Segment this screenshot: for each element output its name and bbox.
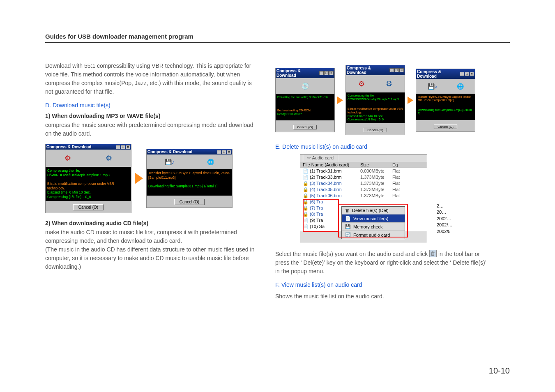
d1-title: 1) When downloading MP3 or WAVE file(s) [45, 113, 259, 119]
gear-icon: ⚙ [358, 79, 365, 88]
status-line: Compressing (1/1 file)... 0_0 [47, 195, 91, 199]
list-header: File Name (Audio card) Size Eq [300, 162, 427, 168]
file-icon: 🔒 [303, 187, 309, 192]
maximize-icon[interactable]: □ [222, 150, 226, 154]
intro-paragraph: Download with 55:1 compressibility using… [45, 62, 259, 96]
table-row[interactable]: 📄(1) Track01.brm0.000MByteFlat [300, 168, 427, 174]
file-icon: 🔒 [303, 199, 309, 204]
maximize-icon[interactable]: □ [324, 71, 329, 75]
ctx-view[interactable]: 📄 View music file(s) [342, 214, 405, 223]
gear-icon: ⚙ [386, 79, 392, 88]
table-row[interactable]: 🔒(3) Track04.brm1.373MByteFlat [300, 180, 427, 187]
minimize-icon[interactable]: _ [217, 150, 221, 154]
dialog-title: Compress & Download [276, 69, 319, 78]
status-line: Elapsed time: 0 Min 10 Sec. [47, 190, 91, 194]
dialog-download-2: Compress & Download _ □ × 💾♪🌐 Transfer b… [416, 69, 475, 132]
close-icon[interactable]: × [227, 150, 231, 154]
date-label: 20… [437, 209, 453, 215]
maximize-icon[interactable]: □ [465, 72, 469, 76]
side-date-labels: 2…20…2002…2002/…2002/5 [437, 203, 453, 235]
status-line: Extracting the audio file; D:\Track01.cd… [277, 96, 328, 99]
file-icon: 📄 [303, 224, 309, 229]
date-label: 2… [437, 203, 453, 209]
d2-body: make the audio CD music to music file fi… [45, 228, 259, 271]
maximize-icon[interactable]: □ [394, 68, 399, 72]
status-line: Compressing (1/1 file)... 0_0 [348, 118, 384, 121]
arrow-right-icon [408, 97, 413, 104]
status-line: Transfer byte:0.593MByte Elapsed time:0 … [148, 171, 230, 180]
tab-audio-card[interactable]: ✏ Audio card [303, 154, 338, 161]
status-line: C:\WINDOWS\Desktop\Sample011.mp3 [47, 173, 110, 177]
section-e-title: E. Delete music list(s) on audio card [275, 143, 489, 150]
floppy-icon: 💾♪ [165, 159, 175, 165]
e-body: Select the music file(s) you want on the… [275, 250, 489, 276]
gear-icon: ⚙ [64, 154, 71, 163]
maximize-icon[interactable]: □ [121, 145, 125, 149]
page-header: Guides for USB downloader management pro… [45, 33, 510, 43]
close-icon[interactable]: × [329, 71, 334, 75]
minimize-icon[interactable]: _ [389, 68, 394, 72]
cancel-button[interactable]: Cancel (O) [293, 125, 317, 129]
status-line: C:\WINDOWS\Desktop\Sample011.mp3 [348, 98, 399, 101]
f-body: Shows the music file list on the audio c… [275, 292, 489, 301]
ctx-format[interactable]: 🔄 Format audio card [342, 231, 405, 239]
left-column: Download with 55:1 compressibility using… [45, 62, 259, 307]
file-icon: 🔒 [303, 212, 309, 217]
close-icon[interactable]: × [399, 68, 404, 72]
text-span: Select the music file(s) you want on the… [275, 251, 429, 257]
status-line: Downloading file: Sample011.mp3-[1/Total… [148, 184, 218, 188]
close-icon[interactable]: × [470, 72, 474, 76]
section-f-title: F. View music list(s) on audio card [275, 281, 489, 288]
table-row[interactable]: 🔒(4) Track05.brm1.373MByteFlat [300, 187, 427, 193]
right-column: Compress & Download _ □ × 💿 Extracting t… [275, 62, 489, 307]
dialog-download-1: Compress & Download _ □ × 💾♪ 🌐 Transfer … [146, 149, 233, 208]
status-line: Elapsed time: 0 Min 10 Sec. [348, 115, 383, 118]
status-line: Begin extracting CD-ROM. [277, 109, 311, 112]
date-label: 2002… [437, 216, 453, 222]
cancel-button[interactable]: Cancel (O) [434, 125, 457, 129]
file-icon: 📄 [303, 218, 309, 223]
floppy-icon: 💾♪ [428, 83, 438, 90]
d1-flow: Compress & Download _ □ × ⚙ ⚙ Compressin… [45, 144, 259, 213]
file-icon: 🔒 [303, 193, 309, 198]
dialog-title: Compress & Download [46, 145, 91, 149]
status-line: Downloading file: Sample011.mp3-[1/Total… [418, 108, 472, 115]
cancel-button[interactable]: Cancel (O) [174, 199, 205, 205]
table-row[interactable]: 🔒(6) Tra [300, 199, 427, 205]
globe-icon: 🌐 [207, 159, 214, 165]
minimize-icon[interactable]: _ [460, 72, 464, 76]
file-icon: 📄 [303, 168, 309, 173]
audio-card-panel: ✏ Audio card File Name (Audio card) Size… [300, 154, 427, 243]
ctx-memory[interactable]: 💾 Memory check [342, 223, 405, 231]
dialog-extract: Compress & Download _ □ × 💿 Extracting t… [275, 68, 335, 132]
d1-body: compress the music source with predeterm… [45, 121, 259, 138]
table-row[interactable]: 🔒(5) Track06.brm1.373MByteFlat [300, 193, 427, 199]
close-icon[interactable]: × [126, 145, 130, 149]
file-icon: 📄 [303, 175, 309, 180]
col-eq[interactable]: Eq [392, 162, 405, 167]
delete-toolbar-icon[interactable]: 🗑 [429, 250, 437, 257]
context-menu: 🗑 Delete file(s) (Del) 📄 View music file… [341, 206, 405, 239]
status-line: Ready CD:0.25807 [277, 113, 302, 115]
status-line: Bitrate modification compressor under VB… [348, 107, 403, 114]
status-line: Bitrate modification compressor under VB… [47, 182, 114, 190]
date-label: 2002/5 [437, 228, 453, 235]
d2-title: 2) When downloading audio CD file(s) [45, 220, 259, 226]
section-d-title: D. Download music file(s) [45, 102, 259, 108]
dialog-title: Compress & Download [147, 150, 192, 154]
minimize-icon[interactable]: _ [319, 71, 324, 75]
ctx-delete[interactable]: 🗑 Delete file(s) (Del) [342, 207, 405, 214]
gear-icon: ⚙ [106, 154, 112, 163]
ctx-label: View music file(s) [353, 216, 388, 221]
status-line: Compressing the file; [348, 94, 375, 97]
cancel-button[interactable]: Cancel (O) [364, 128, 387, 132]
minimize-icon[interactable]: _ [116, 145, 120, 149]
col-filename[interactable]: File Name (Audio card) [303, 162, 360, 167]
ctx-label: Memory check [353, 224, 383, 229]
col-size[interactable]: Size [360, 162, 392, 167]
dialog-compress-2: Compress & Download _ □ × ⚙⚙ Compressing… [345, 65, 405, 135]
arrow-right-icon [337, 97, 343, 104]
table-row[interactable]: 📄(2) Track03.brm1.373MByteFlat [300, 174, 427, 180]
cancel-button[interactable]: Cancel (O) [73, 204, 104, 210]
d2-flow: Compress & Download _ □ × 💿 Extracting t… [275, 65, 489, 135]
